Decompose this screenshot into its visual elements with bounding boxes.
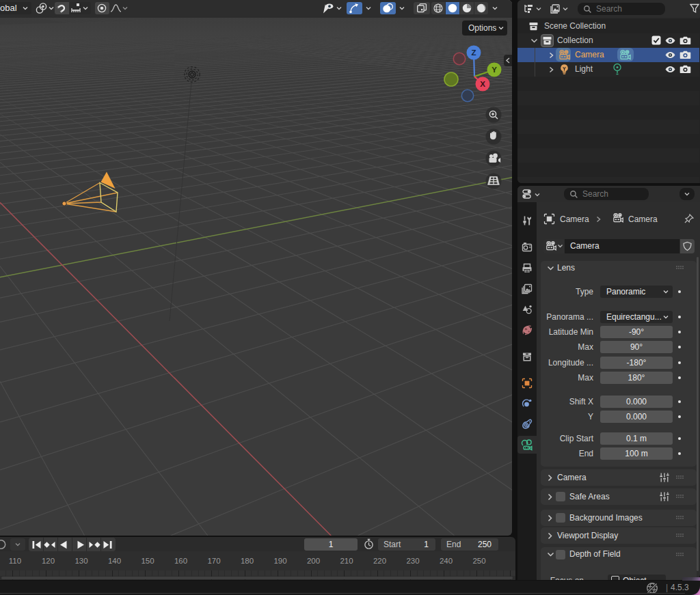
svg-text:Z: Z: [471, 49, 476, 57]
svg-text:Y: Y: [492, 66, 497, 74]
svg-text:X: X: [480, 80, 485, 88]
